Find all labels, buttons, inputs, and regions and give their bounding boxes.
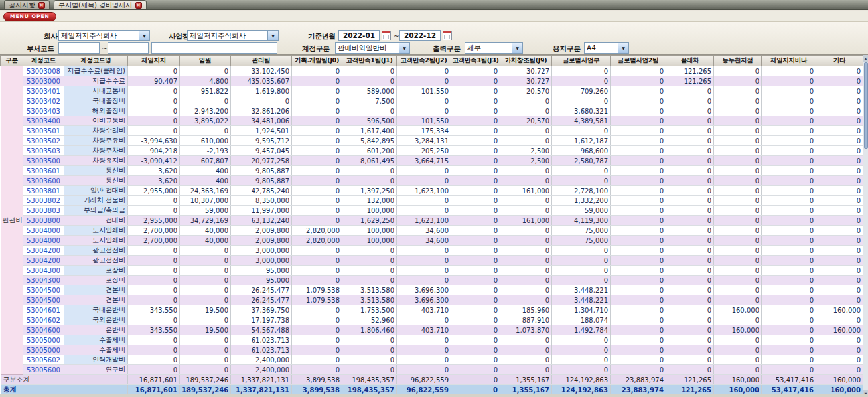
account-code[interactable]: 53003400 bbox=[23, 116, 64, 126]
account-code[interactable]: 53003800 bbox=[23, 216, 64, 226]
account-code[interactable]: 53003501 bbox=[23, 126, 64, 136]
table-row[interactable]: 53005000수출제비0061,023,71300000000000 bbox=[1, 345, 863, 355]
column-header[interactable]: 플레차 bbox=[666, 56, 714, 66]
account-code[interactable]: 53004500 bbox=[23, 285, 64, 295]
table-row[interactable]: 53004500견본비0026,245,4771,079,5383,513,58… bbox=[1, 285, 863, 295]
account-code[interactable]: 53003802 bbox=[23, 196, 64, 206]
table-row[interactable]: 53003600통신비3,6204009,805,88700000000000 bbox=[1, 176, 863, 186]
table-row[interactable]: 53003500차량유지비-3,090,412607,80720,977,258… bbox=[1, 156, 863, 166]
table-row[interactable]: 53004601국내운반비343,55019,50037,369,75001,7… bbox=[1, 305, 863, 315]
column-header[interactable]: 고객만족1팀(J1) bbox=[342, 56, 397, 66]
table-row[interactable]: 53003400여비교통비03,895,02234,481,0060596,50… bbox=[1, 116, 863, 126]
table-row[interactable]: 53004000도서인쇄비2,700,00040,0002,009,8002,8… bbox=[1, 236, 863, 246]
account-code[interactable]: 53003600 bbox=[23, 176, 64, 186]
column-header[interactable]: 구분 bbox=[1, 56, 23, 66]
account-code[interactable]: 53003008 bbox=[23, 66, 64, 76]
period-to-input[interactable]: 2022-12 bbox=[399, 30, 441, 41]
table-row[interactable]: 53003503차량주차비904,218-2,1939,457,0450601,… bbox=[1, 146, 863, 156]
account-code[interactable]: 53005600 bbox=[23, 365, 64, 375]
chevron-down-icon[interactable]: ▼ bbox=[512, 43, 522, 53]
account-code[interactable]: 53003503 bbox=[23, 146, 64, 156]
chevron-down-icon[interactable]: ▼ bbox=[139, 31, 149, 40]
account-code[interactable]: 53005000 bbox=[23, 335, 64, 345]
account-code[interactable]: 53003401 bbox=[23, 86, 64, 96]
column-header[interactable]: 계정코드 bbox=[23, 56, 64, 66]
column-header[interactable]: 임원 bbox=[180, 56, 231, 66]
account-code[interactable]: 53004000 bbox=[23, 226, 64, 236]
table-row[interactable]: 53004602국외운반비0017,197,738052,96000887,91… bbox=[1, 315, 863, 325]
column-header[interactable]: 가치창조팀(J9) bbox=[500, 56, 552, 66]
account-code[interactable]: 53003000 bbox=[23, 76, 64, 86]
table-row[interactable]: 53003502차량주유비-3,994,630610,0009,595,7120… bbox=[1, 136, 863, 146]
table-row[interactable]: 53005600연구비002,400,00000000000000 bbox=[1, 365, 863, 375]
table-row[interactable]: 판관비53003008지급수수료(클레임)0033,102,450000030,… bbox=[1, 66, 863, 76]
account-code[interactable]: 53003500 bbox=[23, 156, 64, 166]
table-row[interactable]: 53003801일반 접대비2,955,00024,363,16942,785,… bbox=[1, 186, 863, 196]
section-subtotal-row[interactable]: 구분소계16,871,601189,537,2461,337,821,1313,… bbox=[1, 375, 863, 385]
column-header[interactable]: 동두천지점 bbox=[714, 56, 762, 66]
close-icon[interactable]: ✕ bbox=[38, 2, 45, 9]
account-code[interactable]: 53004300 bbox=[23, 276, 64, 285]
account-code[interactable]: 53005602 bbox=[23, 355, 64, 365]
output-type-select[interactable]: 세부 ▼ bbox=[465, 42, 523, 54]
column-header[interactable]: 기타 bbox=[816, 56, 863, 66]
chevron-down-icon[interactable]: ▼ bbox=[267, 31, 278, 40]
table-row[interactable]: 53003403해외출장비02,943,20032,861,206000003,… bbox=[1, 106, 863, 116]
calendar-icon[interactable] bbox=[382, 31, 391, 40]
table-row[interactable]: 53003000지급수수료-90,4074,800435,035,6070000… bbox=[1, 76, 863, 86]
column-header[interactable]: 관리팀 bbox=[231, 56, 292, 66]
grand-total-row[interactable]: 총계16,871,601189,537,2461,337,821,1313,89… bbox=[1, 385, 863, 395]
account-code[interactable]: 53004200 bbox=[23, 256, 64, 266]
account-code[interactable]: 53004000 bbox=[23, 236, 64, 246]
account-code[interactable]: 53003402 bbox=[23, 96, 64, 106]
table-row[interactable]: 53003802거래처 선물비010,307,0008,350,0000132,… bbox=[1, 196, 863, 206]
close-icon[interactable]: ✕ bbox=[135, 2, 142, 9]
dept-code-to-input[interactable] bbox=[108, 42, 149, 54]
account-code[interactable]: 53004200 bbox=[23, 246, 64, 256]
account-code[interactable]: 53004300 bbox=[23, 266, 64, 276]
chevron-down-icon[interactable]: ▼ bbox=[618, 43, 628, 53]
table-row[interactable]: 53004000도서인쇄비2,700,00040,0002,009,8002,8… bbox=[1, 226, 863, 236]
workplace-select[interactable]: 제일저지주식회사 ▼ bbox=[187, 30, 279, 41]
table-row[interactable]: 53003800접대비2,955,00034,729,16963,132,240… bbox=[1, 216, 863, 226]
column-header[interactable]: 글로벌사업부 bbox=[552, 56, 611, 66]
account-code[interactable]: 53004601 bbox=[23, 305, 64, 315]
table-row[interactable]: 53005000수출제비0061,023,71300000000000 bbox=[1, 335, 863, 345]
account-code[interactable]: 53003601 bbox=[23, 166, 64, 176]
scrollbar-thumb[interactable] bbox=[864, 62, 868, 149]
account-type-select[interactable]: 판매비와일반비 ▼ bbox=[335, 42, 410, 54]
period-from-input[interactable]: 2022-01 bbox=[338, 30, 380, 41]
table-row[interactable]: 53004300포장비0095,00000000000000 bbox=[1, 276, 863, 285]
table-row[interactable]: 53003401시내교통비0951,8221,619,8000589,00010… bbox=[1, 86, 863, 96]
account-code[interactable]: 53005000 bbox=[23, 345, 64, 355]
table-row[interactable]: 53003601통신비3,6204009,805,88700000000000 bbox=[1, 166, 863, 176]
account-code[interactable]: 53004602 bbox=[23, 315, 64, 325]
table-row[interactable]: 53004200광고선전비003,000,00000000000000 bbox=[1, 256, 863, 266]
table-row[interactable]: 53003501차량수리비001,924,50101,617,400175,33… bbox=[1, 126, 863, 136]
table-row[interactable]: 53003402국내출장비00007,500000000000 bbox=[1, 96, 863, 106]
tab-notice[interactable]: 공지사항 ✕ bbox=[4, 0, 50, 9]
table-row[interactable]: 53004600운반비343,55019,50054,567,48801,806… bbox=[1, 325, 863, 335]
tab-expense-report[interactable]: 부서별(세목) 경비명세서 ✕ bbox=[54, 0, 147, 9]
vertical-scrollbar[interactable]: ▲ ▼ bbox=[863, 55, 868, 397]
column-header[interactable]: 글로벌사업2팀 bbox=[611, 56, 666, 66]
scroll-up-icon[interactable]: ▲ bbox=[863, 55, 868, 62]
account-code[interactable]: 53004600 bbox=[23, 325, 64, 335]
dept-name-field[interactable] bbox=[151, 42, 277, 54]
menu-open-button[interactable]: MENU OPEN bbox=[3, 12, 56, 21]
table-row[interactable]: 53004500견본비0026,245,4771,079,5383,513,58… bbox=[1, 295, 863, 305]
chevron-down-icon[interactable]: ▼ bbox=[399, 43, 409, 53]
company-select[interactable]: 제일저지주식회사 ▼ bbox=[58, 30, 150, 41]
table-row[interactable]: 53005602인력개발비002,400,00000000000000 bbox=[1, 355, 863, 365]
column-header[interactable]: 고객만족3팀(J3) bbox=[451, 56, 500, 66]
account-code[interactable]: 53004500 bbox=[23, 295, 64, 305]
account-code[interactable]: 53003403 bbox=[23, 106, 64, 116]
account-code[interactable]: 53003803 bbox=[23, 206, 64, 216]
table-row[interactable]: 53004300포장비0095,00000000000000 bbox=[1, 266, 863, 276]
column-header[interactable]: 제일저지비나 bbox=[762, 56, 816, 66]
table-row[interactable]: 53003803부의금/축의금059,00011,997,0000100,000… bbox=[1, 206, 863, 216]
table-row[interactable]: 53004200광고선전비003,000,00000000000000 bbox=[1, 246, 863, 256]
account-code[interactable]: 53003801 bbox=[23, 186, 64, 196]
column-header[interactable]: 고객만족2팀(J2) bbox=[397, 56, 451, 66]
dept-code-from-input[interactable] bbox=[58, 42, 100, 54]
